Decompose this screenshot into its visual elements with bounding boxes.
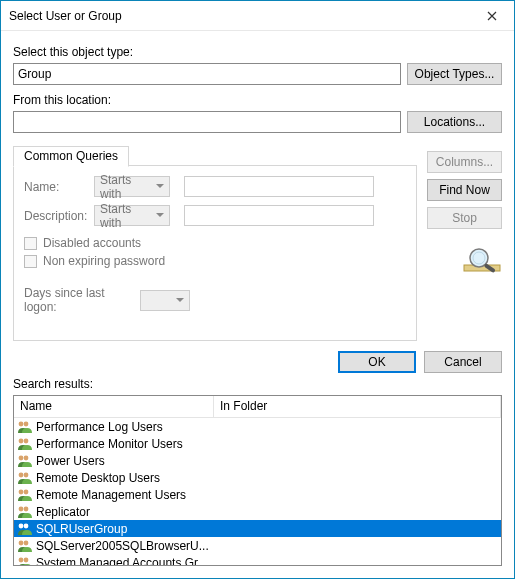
list-item-name: System Managed Accounts Gr... xyxy=(36,556,216,566)
list-item-name: SQLRUserGroup xyxy=(36,522,216,536)
svg-point-19 xyxy=(24,540,29,545)
list-item-name: Remote Desktop Users xyxy=(36,471,216,485)
list-item-name: Remote Management Users xyxy=(36,488,216,502)
column-name[interactable]: Name xyxy=(14,396,214,417)
column-in-folder[interactable]: In Folder xyxy=(214,396,501,417)
svg-point-16 xyxy=(19,523,24,528)
description-label: Description: xyxy=(24,209,84,223)
non-expiring-checkbox xyxy=(24,255,37,268)
close-button[interactable] xyxy=(469,1,514,30)
svg-point-7 xyxy=(24,438,29,443)
columns-button: Columns... xyxy=(427,151,502,173)
close-icon xyxy=(487,11,497,21)
list-item[interactable]: Replicator xyxy=(14,503,501,520)
svg-point-10 xyxy=(19,472,24,477)
window-title: Select User or Group xyxy=(9,9,469,23)
titlebar: Select User or Group xyxy=(1,1,514,31)
svg-point-4 xyxy=(19,421,24,426)
results-list[interactable]: Name In Folder Performance Log Users Per… xyxy=(13,395,502,566)
name-match-select: Starts with xyxy=(94,176,170,197)
list-item[interactable]: Remote Management Users xyxy=(14,486,501,503)
list-item[interactable]: Performance Monitor Users xyxy=(14,435,501,452)
svg-point-12 xyxy=(19,489,24,494)
disabled-accounts-checkbox xyxy=(24,237,37,250)
cancel-button[interactable]: Cancel xyxy=(424,351,502,373)
common-queries-group: Common Queries Name: Starts with Descrip… xyxy=(13,165,417,341)
tab-common-queries[interactable]: Common Queries xyxy=(13,146,129,167)
location-label: From this location: xyxy=(13,93,502,107)
results-body[interactable]: Performance Log Users Performance Monito… xyxy=(14,418,501,565)
svg-point-18 xyxy=(19,540,24,545)
list-item[interactable]: Performance Log Users xyxy=(14,418,501,435)
list-item-name: Performance Log Users xyxy=(36,420,216,434)
side-buttons: Columns... Find Now Stop xyxy=(427,151,502,277)
non-expiring-row: Non expiring password xyxy=(24,254,406,268)
list-item-name: Replicator xyxy=(36,505,216,519)
column-headers: Name In Folder xyxy=(14,396,501,418)
list-item[interactable]: Remote Desktop Users xyxy=(14,469,501,486)
search-results-label: Search results: xyxy=(1,375,514,393)
list-item-name: Performance Monitor Users xyxy=(36,437,216,451)
list-item[interactable]: Power Users xyxy=(14,452,501,469)
form-area: Select this object type: Object Types...… xyxy=(1,31,514,347)
location-field[interactable] xyxy=(13,111,401,133)
object-type-field[interactable] xyxy=(13,63,401,85)
dialog-buttons: OK Cancel xyxy=(1,347,514,375)
find-now-button[interactable]: Find Now xyxy=(427,179,502,201)
name-label: Name: xyxy=(24,180,84,194)
svg-point-17 xyxy=(24,523,29,528)
list-item-name: SQLServer2005SQLBrowserU... xyxy=(36,539,216,553)
svg-point-14 xyxy=(19,506,24,511)
svg-point-6 xyxy=(19,438,24,443)
list-item-name: Power Users xyxy=(36,454,216,468)
svg-point-21 xyxy=(24,557,29,562)
disabled-accounts-row: Disabled accounts xyxy=(24,236,406,250)
days-since-select xyxy=(140,290,190,311)
non-expiring-label: Non expiring password xyxy=(43,254,165,268)
svg-point-8 xyxy=(19,455,24,460)
object-types-button[interactable]: Object Types... xyxy=(407,63,502,85)
svg-point-13 xyxy=(24,489,29,494)
svg-point-20 xyxy=(19,557,24,562)
stop-button: Stop xyxy=(427,207,502,229)
svg-point-9 xyxy=(24,455,29,460)
list-item[interactable]: SQLServer2005SQLBrowserU... xyxy=(14,537,501,554)
search-icon xyxy=(462,245,502,277)
object-type-label: Select this object type: xyxy=(13,45,502,59)
svg-point-5 xyxy=(24,421,29,426)
ok-button[interactable]: OK xyxy=(338,351,416,373)
days-since-label: Days since last logon: xyxy=(24,286,134,314)
list-item[interactable]: SQLRUserGroup xyxy=(14,520,501,537)
list-item[interactable]: System Managed Accounts Gr... xyxy=(14,554,501,565)
svg-point-15 xyxy=(24,506,29,511)
svg-point-11 xyxy=(24,472,29,477)
name-input xyxy=(184,176,374,197)
locations-button[interactable]: Locations... xyxy=(407,111,502,133)
description-input xyxy=(184,205,374,226)
disabled-accounts-label: Disabled accounts xyxy=(43,236,141,250)
description-match-select: Starts with xyxy=(94,205,170,226)
